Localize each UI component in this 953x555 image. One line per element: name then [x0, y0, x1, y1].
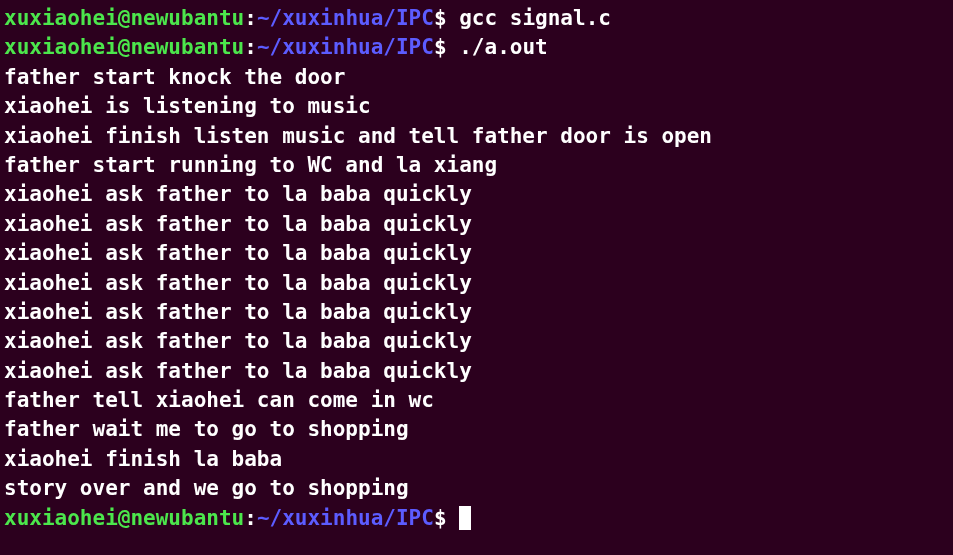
command-text: gcc signal.c: [459, 6, 611, 30]
prompt-colon: :: [244, 35, 257, 59]
prompt-path: ~/xuxinhua/IPC: [257, 35, 434, 59]
output-line: xiaohei finish la baba: [4, 445, 949, 474]
output-line: xiaohei ask father to la baba quickly: [4, 180, 949, 209]
command-line: xuxiaohei@newubantu:~/xuxinhua/IPC$ gcc …: [4, 4, 949, 33]
prompt-path: ~/xuxinhua/IPC: [257, 506, 434, 530]
output-line: xiaohei ask father to la baba quickly: [4, 269, 949, 298]
prompt-user-host: xuxiaohei@newubantu: [4, 6, 244, 30]
command-text: ./a.out: [459, 35, 548, 59]
output-line: xiaohei is listening to music: [4, 92, 949, 121]
command-line[interactable]: xuxiaohei@newubantu:~/xuxinhua/IPC$: [4, 504, 949, 533]
command-line: xuxiaohei@newubantu:~/xuxinhua/IPC$ ./a.…: [4, 33, 949, 62]
terminal-window[interactable]: xuxiaohei@newubantu:~/xuxinhua/IPC$ gcc …: [4, 4, 949, 533]
output-line: xiaohei ask father to la baba quickly: [4, 210, 949, 239]
output-line: father start knock the door: [4, 63, 949, 92]
prompt-dollar: $: [434, 6, 447, 30]
output-line: xiaohei finish listen music and tell fat…: [4, 122, 949, 151]
output-line: father start running to WC and la xiang: [4, 151, 949, 180]
command-text: [447, 6, 460, 30]
prompt-dollar: $: [434, 506, 447, 530]
prompt-path: ~/xuxinhua/IPC: [257, 6, 434, 30]
prompt-user-host: xuxiaohei@newubantu: [4, 35, 244, 59]
prompt-user-host: xuxiaohei@newubantu: [4, 506, 244, 530]
output-line: xiaohei ask father to la baba quickly: [4, 357, 949, 386]
output-line: father tell xiaohei can come in wc: [4, 386, 949, 415]
output-line: father wait me to go to shopping: [4, 415, 949, 444]
output-line: story over and we go to shopping: [4, 474, 949, 503]
output-line: xiaohei ask father to la baba quickly: [4, 298, 949, 327]
prompt-colon: :: [244, 506, 257, 530]
prompt-dollar: $: [434, 35, 447, 59]
cursor-icon: [459, 506, 471, 530]
output-line: xiaohei ask father to la baba quickly: [4, 327, 949, 356]
command-text: [447, 35, 460, 59]
prompt-colon: :: [244, 6, 257, 30]
output-line: xiaohei ask father to la baba quickly: [4, 239, 949, 268]
